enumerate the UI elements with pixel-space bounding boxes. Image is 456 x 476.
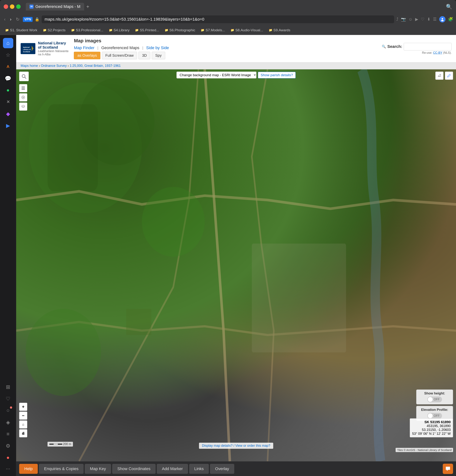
bookmark-s2[interactable]: 📁 S2.Projects	[41, 27, 68, 33]
enquiries-copies-button[interactable]: Enquiries & Copies	[39, 464, 84, 474]
maximize-button[interactable]	[16, 4, 21, 9]
map-container[interactable]: Change background map - ESRI World Image…	[16, 69, 456, 461]
zoom-out-button[interactable]: −	[19, 412, 27, 420]
sidebar-item-shield[interactable]: ◈	[3, 417, 13, 427]
title-bar: 🗺 Georeferenced Maps - M + 🔍	[0, 0, 456, 13]
map-toolbar: Change background map - ESRI World Image…	[176, 72, 296, 78]
play-icon[interactable]: ▶	[415, 17, 418, 22]
nls-search-area: 🔍 Search: Re-use: CC-BY (NLS).	[382, 43, 452, 54]
profile-icon[interactable]	[439, 16, 446, 22]
side-by-side-link[interactable]: Side by Side	[146, 45, 169, 50]
sidebar-item-arc[interactable]: A	[3, 61, 13, 72]
show-coordinates-button[interactable]: Show Coordinates	[112, 464, 156, 474]
map-key-button[interactable]: Map Key	[85, 464, 111, 474]
cc-by-link[interactable]: CC-BY	[433, 51, 442, 54]
browser-window: 🗺 Georeferenced Maps - M + 🔍 ‹ › ↻ VPN 🔒…	[0, 0, 456, 476]
add-marker-button[interactable]: Add Marker	[157, 464, 188, 474]
url-input[interactable]	[42, 16, 394, 23]
sidebar-item-whatsapp[interactable]: ●	[3, 85, 13, 95]
map-options-button[interactable]	[19, 93, 27, 102]
new-tab-button[interactable]: +	[84, 3, 92, 10]
elevation-profile-toggle[interactable]: OFF	[427, 413, 442, 419]
bookmark-s9[interactable]: 📁 S9.Awards	[267, 27, 293, 33]
magnifier-button[interactable]	[19, 72, 29, 81]
home-zoom-button[interactable]: ⌂	[19, 420, 27, 428]
show-height-panel: Show height: OFF	[416, 390, 453, 404]
bookmark-s1[interactable]: 📁 S1. Student Work	[3, 27, 40, 33]
display-map-details-link[interactable]: Display map details? / View or order thi…	[202, 444, 270, 448]
heart-icon[interactable]: ♡	[421, 17, 424, 22]
back-button[interactable]: ‹	[3, 16, 7, 23]
links-button[interactable]: Links	[189, 464, 209, 474]
spy-button[interactable]: Spy	[152, 52, 165, 59]
share-icon[interactable]: ⤴	[396, 17, 398, 22]
forward-button[interactable]: ›	[9, 16, 13, 23]
bookmark-s7[interactable]: 📁 S7.Models...	[198, 27, 227, 33]
sidebar-item-app7[interactable]: ▶	[3, 120, 13, 131]
sidebar-item-messages[interactable]: 💬	[3, 73, 13, 84]
bookmark-s8[interactable]: 📁 S8.Audio-Visual...	[228, 27, 265, 33]
svg-text:Scotland: Scotland	[23, 51, 30, 53]
nls-logo-image: National Library of Scotland	[21, 43, 35, 54]
search-input[interactable]	[404, 43, 452, 51]
svg-point-0	[442, 18, 443, 19]
sidebar-item-settings[interactable]: ⚙	[3, 441, 13, 451]
svg-rect-19	[22, 88, 25, 89]
sidebar-item-home[interactable]: ⌂	[3, 38, 13, 48]
nls-nav-links: Map Finder | Georeferenced Maps | Side b…	[74, 45, 376, 50]
sidebar-item-record[interactable]: ●	[3, 452, 13, 463]
face-icon[interactable]: ☺	[408, 17, 413, 22]
3d-button[interactable]: 3D	[138, 52, 150, 59]
close-button[interactable]	[4, 4, 8, 9]
folder-icon-s8: 📁	[231, 28, 234, 32]
overlay-button[interactable]: Overlay	[210, 464, 234, 474]
toggle-knob-elevation	[428, 413, 433, 418]
refresh-button[interactable]: ↻	[15, 16, 21, 23]
active-tab[interactable]: 🗺 Georeferenced Maps - M	[26, 3, 84, 10]
show-height-toggle[interactable]: OFF	[427, 397, 442, 402]
bookmark-s4[interactable]: 📁 S4.Library	[107, 27, 132, 33]
full-screen-draw-button[interactable]: Full Screen/Draw	[102, 52, 137, 59]
bookmark-s5[interactable]: 📁 S5.Printed...	[133, 27, 161, 33]
layers-button[interactable]	[19, 102, 27, 111]
breadcrumb-map-series[interactable]: 1:25,000, Great Britain, 1937-1961	[70, 64, 121, 68]
as-overlays-button[interactable]: as Overlays	[74, 52, 100, 59]
sidebar-item-layers[interactable]: ≡	[3, 429, 13, 439]
breadcrumb-os[interactable]: Ordnance Survey	[41, 64, 67, 68]
url-bar-row: ‹ › ↻ VPN 🔒 ⤴ 📷 ☺ ▶ ♡ ⬇ ☰ 🧩	[0, 13, 456, 26]
sidebar-toggle-button[interactable]	[19, 84, 27, 92]
show-parish-button[interactable]: Show parish details?	[258, 72, 296, 78]
sidebar-item-twitter[interactable]: ✕	[3, 97, 13, 107]
download-icon[interactable]: ⬇	[427, 17, 430, 22]
nls-nav-buttons: as Overlays Full Screen/Draw 3D Spy	[74, 52, 376, 59]
browser-search-icon[interactable]: 🔍	[446, 4, 452, 10]
sidebar-item-heart[interactable]: ♡	[3, 393, 13, 404]
sidebar-item-clock[interactable]: ○ 1	[3, 405, 13, 416]
traffic-lights	[4, 4, 21, 9]
map-attribution: Tiles © ArcGIS - National Library of Sco…	[396, 448, 453, 452]
map-finder-link[interactable]: Map Finder	[74, 45, 94, 50]
minimize-button[interactable]	[10, 4, 14, 9]
edit-icon-button[interactable]	[435, 72, 443, 80]
screenshot-icon[interactable]: 📷	[401, 17, 406, 22]
vpn-badge: VPN	[23, 17, 33, 22]
app-sidebar: ⌂ ☆ A 💬 ● ✕ ◆ ▶ ⊞ ♡ ○ 1 ◈ ≡ ⚙ ● ···	[0, 35, 16, 476]
sidebar-more[interactable]: ···	[4, 464, 12, 473]
bookmark-s6[interactable]: 📁 S6.Photographic	[163, 27, 198, 33]
pencil-icon-button[interactable]	[445, 72, 453, 80]
lock-icon: 🔒	[35, 17, 39, 22]
extensions-icon[interactable]: 🧩	[448, 17, 453, 22]
sidebar-item-star[interactable]: ☆	[3, 50, 13, 60]
main-content: ⌂ ☆ A 💬 ● ✕ ◆ ▶ ⊞ ♡ ○ 1 ◈ ≡ ⚙ ● ···	[0, 35, 456, 476]
menu-icon[interactable]: ☰	[433, 17, 437, 22]
print-button[interactable]: 🖨	[19, 429, 27, 437]
breadcrumb-home[interactable]: Maps home	[21, 64, 38, 68]
help-button[interactable]: Help	[19, 464, 38, 474]
georef-maps-label: Georeferenced Maps	[101, 45, 139, 50]
sidebar-item-grid[interactable]: ⊞	[3, 382, 13, 392]
sidebar-item-app6[interactable]: ◆	[3, 109, 13, 119]
background-map-select[interactable]: Change background map - ESRI World Image…	[176, 72, 256, 78]
zoom-in-button[interactable]: +	[19, 403, 27, 411]
bookmark-s3[interactable]: 📁 S3.Professional...	[69, 27, 105, 33]
chat-button[interactable]	[443, 464, 453, 474]
